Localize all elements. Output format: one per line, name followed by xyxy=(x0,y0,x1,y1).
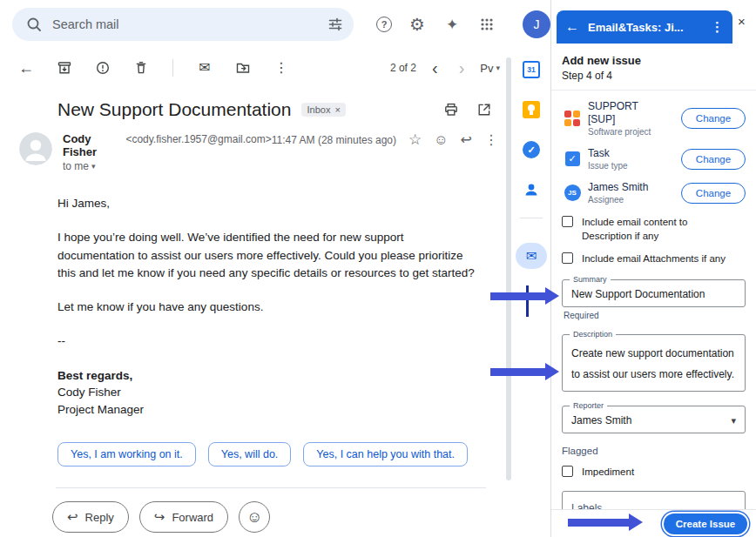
archive-icon[interactable] xyxy=(56,59,73,77)
tasks-icon[interactable]: ✓ xyxy=(517,136,545,164)
print-icon[interactable] xyxy=(442,101,460,118)
summary-field[interactable]: Summary New Support Documentation xyxy=(562,279,746,307)
project-subtitle: Software project xyxy=(588,127,681,137)
include-content-checkbox[interactable] xyxy=(562,216,573,227)
annotation-vertical-mark xyxy=(526,285,529,317)
add-reaction-button[interactable]: ☺ xyxy=(239,501,270,533)
toolbar-divider xyxy=(172,59,173,77)
remove-label-icon[interactable]: × xyxy=(334,104,340,115)
assignee-subtitle: Assignee xyxy=(588,195,681,205)
impediment-checkbox[interactable] xyxy=(562,466,573,477)
reply-button[interactable]: ↩ Reply xyxy=(52,501,129,533)
jira-addon-panel: ← Email&Tasks: Ji... ⋮ × Add new issue S… xyxy=(550,0,756,537)
signature-divider: -- xyxy=(57,332,477,350)
smart-reply-chip[interactable]: Yes, will do. xyxy=(208,442,292,467)
recipient-details-toggle[interactable]: to me ▾ xyxy=(63,160,272,172)
tasks-check-icon: ✓ xyxy=(523,141,540,158)
sender-email: <cody.fisher.1957@gmail.com> xyxy=(125,133,271,145)
description-field[interactable]: Description Create new support documenta… xyxy=(562,334,746,392)
calendar-icon[interactable]: 31 xyxy=(517,56,545,84)
greeting-text: Hi James, xyxy=(57,195,477,212)
pagination-label: 2 of 2 xyxy=(390,62,416,74)
mail-toolbar: ← ✉ ⋮ 2 of 2 ‹ › xyxy=(0,49,512,87)
reply-arrow-icon: ↩ xyxy=(67,509,78,525)
email-pane: ← ✉ ⋮ 2 of 2 ‹ › xyxy=(0,49,512,537)
panel-divider xyxy=(551,90,756,91)
settings-gear-icon[interactable]: ⚙ xyxy=(408,15,427,34)
sender-block: Cody Fisher <cody.fisher.1957@gmail.com>… xyxy=(63,132,272,172)
delete-trash-icon[interactable] xyxy=(132,59,150,77)
include-content-row: Include email content to Description if … xyxy=(562,215,746,243)
older-chevron-icon[interactable]: › xyxy=(454,59,470,77)
include-content-label: Include email content to Description if … xyxy=(582,215,730,243)
mark-unread-envelope-icon[interactable]: ✉ xyxy=(196,59,213,77)
email-body: Hi James, I hope you’re doing well. We’v… xyxy=(0,172,512,418)
labels-field[interactable]: Labels xyxy=(562,491,746,509)
smiley-icon: ☺ xyxy=(246,508,262,527)
body-paragraph: Let me know if you have any questions. xyxy=(57,299,477,316)
reporter-select[interactable]: Reporter James Smith ▾ xyxy=(562,406,746,433)
panel-more-icon[interactable]: ⋮ xyxy=(711,19,724,35)
contacts-icon[interactable] xyxy=(517,176,545,204)
panel-header-row: ← Email&Tasks: Ji... ⋮ × xyxy=(551,0,756,44)
change-issue-type-button[interactable]: Change xyxy=(681,149,746,170)
body-paragraph: I hope you’re doing well. We’ve identifi… xyxy=(57,229,477,282)
forward-button[interactable]: ↪ Forward xyxy=(139,501,228,533)
email-scrollbar[interactable] xyxy=(506,57,511,480)
open-in-new-icon[interactable] xyxy=(476,101,493,118)
search-bar[interactable] xyxy=(12,8,354,41)
forward-button-label: Forward xyxy=(172,511,213,524)
input-tools-button[interactable]: Pv ▾ xyxy=(480,62,500,75)
gemini-sparkle-icon[interactable]: ✦ xyxy=(442,15,462,34)
reply-arrow-icon[interactable]: ↩ xyxy=(461,133,472,147)
smart-reply-chip[interactable]: Yes, I am working on it. xyxy=(57,442,196,467)
project-avatar-icon xyxy=(562,111,583,126)
help-icon[interactable]: ? xyxy=(376,17,392,32)
search-icon[interactable] xyxy=(24,15,44,34)
newer-chevron-icon[interactable]: ‹ xyxy=(427,59,443,77)
back-arrow-icon[interactable]: ← xyxy=(17,59,35,77)
forward-arrow-icon: ↪ xyxy=(154,509,165,525)
more-options-icon[interactable]: ⋮ xyxy=(484,133,498,147)
description-field-value: Create new support documentation to assi… xyxy=(571,343,736,385)
mail-toolbar-right: 2 of 2 ‹ › Pv ▾ xyxy=(390,59,500,77)
include-attachments-checkbox[interactable] xyxy=(562,252,573,264)
create-issue-button[interactable]: Create Issue xyxy=(664,514,747,534)
summary-field-label: Summary xyxy=(570,275,611,284)
gmail-topbar: ? ⚙ ✦ J xyxy=(0,0,550,49)
move-to-folder-icon[interactable] xyxy=(234,59,252,77)
task-type-icon: ✓ xyxy=(562,151,583,166)
email-tasks-addon-icon[interactable]: ✉ xyxy=(516,243,547,269)
report-spam-icon[interactable] xyxy=(94,59,111,77)
assignee-avatar: JS xyxy=(562,185,583,201)
panel-close-icon[interactable]: × xyxy=(738,14,746,29)
emoji-reaction-icon[interactable]: ☺ xyxy=(434,133,448,147)
apps-grid-icon[interactable] xyxy=(477,15,496,34)
panel-back-icon[interactable]: ← xyxy=(565,19,579,35)
account-avatar[interactable]: J xyxy=(523,10,550,38)
mail-icon: ✉ xyxy=(526,248,537,264)
change-project-button[interactable]: Change xyxy=(681,108,746,129)
reply-actions-row: ↩ Reply ↪ Forward ☺ xyxy=(52,501,270,533)
smart-reply-chip[interactable]: Yes, I can help you with that. xyxy=(303,442,468,467)
topbar-actions: ? ⚙ ✦ J xyxy=(376,10,550,38)
more-options-icon[interactable]: ⋮ xyxy=(273,59,290,77)
impediment-row: Impediment xyxy=(562,465,746,479)
reporter-field-value: James Smith xyxy=(571,414,731,426)
star-icon[interactable]: ☆ xyxy=(408,132,422,147)
inbox-label-chip[interactable]: Inbox × xyxy=(301,103,345,117)
calendar-date-label: 31 xyxy=(523,61,540,78)
panel-title: Email&Tasks: Ji... xyxy=(588,21,702,34)
change-assignee-button[interactable]: Change xyxy=(681,183,746,204)
step-label: Step 4 of 4 xyxy=(562,70,746,82)
search-options-tune-icon[interactable] xyxy=(326,15,345,34)
app-window: ? ⚙ ✦ J ← ✉ xyxy=(0,0,756,537)
caret-down-icon: ▾ xyxy=(496,64,500,72)
sender-avatar[interactable] xyxy=(19,132,52,165)
keep-icon[interactable] xyxy=(517,96,545,124)
issue-type-subtitle: Issue type xyxy=(588,161,681,171)
search-input[interactable] xyxy=(52,17,317,31)
signature-closing: Best regards, xyxy=(57,367,477,385)
assignee-row: JS James Smith Assignee Change xyxy=(562,181,746,205)
panel-header: ← Email&Tasks: Ji... ⋮ xyxy=(557,10,732,44)
